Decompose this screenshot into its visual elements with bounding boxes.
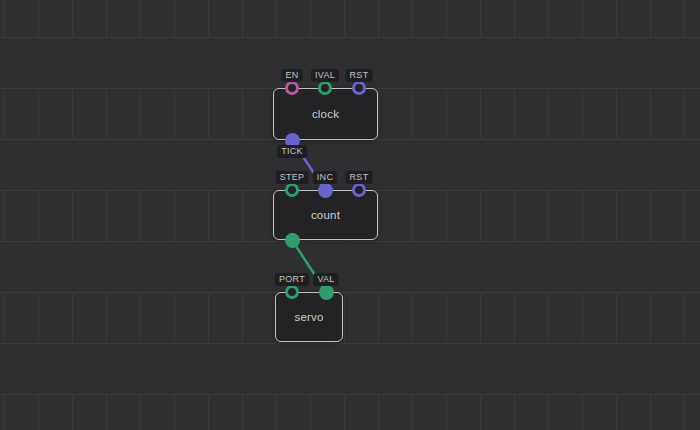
node-body[interactable]: count [273, 190, 378, 240]
pin-label-port: PORT [275, 273, 309, 286]
pin-label-val: VAL [313, 273, 338, 286]
pin-label-step: STEP [276, 171, 309, 184]
input-pin-rst[interactable] [352, 183, 366, 197]
input-pin-step[interactable] [285, 183, 299, 197]
node-clock[interactable]: clockENIVALRSTTICK [273, 88, 378, 140]
pin-label-inc: INC [313, 171, 337, 184]
pin-label-ival: IVAL [311, 69, 339, 82]
node-label: servo [294, 311, 323, 323]
node-body[interactable]: clock [273, 88, 378, 140]
patch-canvas[interactable]: clockENIVALRSTTICKcountSTEPINCRSTservoPO… [0, 0, 700, 430]
node-body[interactable]: servo [275, 292, 343, 342]
output-pin-out[interactable] [285, 233, 300, 248]
node-label: count [311, 209, 340, 221]
input-pin-ival[interactable] [318, 81, 332, 95]
node-count[interactable]: countSTEPINCRST [273, 190, 378, 240]
input-pin-inc[interactable] [318, 183, 333, 198]
nodes-layer: clockENIVALRSTTICKcountSTEPINCRSTservoPO… [0, 0, 700, 430]
node-label: clock [312, 108, 339, 120]
pin-label-rst: RST [346, 69, 373, 82]
pin-label-rst: RST [346, 171, 373, 184]
node-servo[interactable]: servoPORTVAL [275, 292, 343, 342]
input-pin-val[interactable] [319, 285, 334, 300]
input-pin-port[interactable] [285, 285, 299, 299]
input-pin-rst[interactable] [352, 81, 366, 95]
pin-label-tick: TICK [277, 145, 307, 158]
input-pin-en[interactable] [285, 81, 299, 95]
pin-label-en: EN [281, 69, 302, 82]
